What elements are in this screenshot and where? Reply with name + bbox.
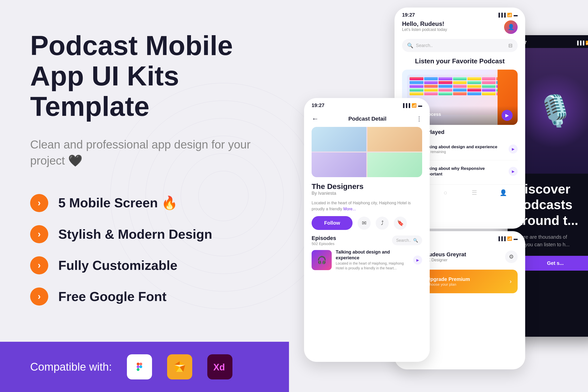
- search-bar[interactable]: 🔍 Search.. ⊟: [402, 39, 518, 52]
- feature-item-customizable: › Fully Customizable: [30, 256, 269, 274]
- detail-header: ← Podcast Detail ⋮: [304, 111, 430, 127]
- discover-description: There are thousands ofthat you can liste…: [515, 233, 588, 248]
- svg-text:Xd: Xd: [213, 362, 225, 372]
- episodes-count: 502 Episodes: [312, 241, 336, 246]
- recent-title-1: Talking about design and experience: [423, 144, 505, 150]
- greeting-row: Hello, Rudeus! Let's listen podcast toda…: [395, 20, 525, 34]
- recent-play-1[interactable]: ▶: [509, 144, 518, 154]
- recent-title-2: Talking about why Responsive important: [423, 166, 505, 177]
- episode-thumbnail: 🎧: [312, 250, 332, 270]
- recent-play-2[interactable]: ▶: [509, 167, 518, 176]
- feature-text-design: Stylish & Modern Design: [58, 227, 212, 242]
- podcast-description: Located in the heart of Haiphong city, H…: [304, 200, 430, 216]
- episode-item[interactable]: 🎧 Talking about design and experience Lo…: [312, 249, 422, 271]
- episodes-header: Episodes 502 Episodes Search.. 🔍: [312, 235, 422, 246]
- action-buttons: Follow ✉ ⤴ 🔖: [304, 216, 430, 235]
- featured-section-title: Listen your Favorite Podcast: [395, 57, 525, 66]
- settings-gear-icon[interactable]: ⚙: [505, 251, 518, 263]
- phones-area: 19:27 ▐▐▐ 📶 ▬ ← Podcast Detail ⋮ The De: [289, 0, 588, 392]
- filter-icon[interactable]: ⊟: [508, 42, 513, 48]
- feature-item-font: › Free Google Font: [30, 287, 269, 306]
- svg-rect-0: [137, 363, 139, 365]
- greeting-hello: Hello, Rudeus!: [402, 20, 447, 27]
- svg-rect-3: [137, 368, 139, 371]
- status-icons-detail: ▐▐▐ 📶 ▬: [402, 103, 422, 108]
- feature-icon-design: ›: [30, 225, 48, 243]
- status-time-detail: 19:27: [312, 103, 324, 108]
- card-play-button[interactable]: ▶: [502, 110, 513, 121]
- feature-text-screens: 5 Mobile Screen 🔥: [58, 195, 178, 211]
- recent-info-2: Talking about why Responsive important: [423, 166, 505, 177]
- feature-text-font: Free Google Font: [58, 289, 166, 304]
- search-placeholder: Search..: [416, 43, 433, 48]
- nav-profile[interactable]: 👤: [499, 188, 508, 197]
- status-time-home: 19:27: [402, 12, 415, 18]
- phone-detail: 19:27 ▐▐▐ 📶 ▬ ← Podcast Detail ⋮ The De: [304, 98, 430, 362]
- discover-title: Discoverpodcastsaround t...: [515, 181, 588, 228]
- compatible-bar: Compatible with: Xd: [0, 342, 289, 392]
- thumb-cell-3: [312, 153, 366, 177]
- status-bar-detail: 19:27 ▐▐▐ 📶 ▬: [304, 98, 430, 111]
- page-subtitle: Clean and professional app design for yo…: [30, 136, 269, 169]
- share-button[interactable]: ⤴: [376, 217, 389, 230]
- heart-icon: 🖤: [68, 154, 82, 167]
- podcast-info: The Designers By Ivaniesta: [304, 182, 430, 200]
- premium-subtitle: Choose your plan: [427, 282, 470, 286]
- microphone-icon: 🎙️: [536, 93, 574, 129]
- figma-icon: [127, 354, 152, 379]
- page-title: Podcast Mobile App UI Kits Template: [30, 30, 269, 121]
- feature-item-screens: › 5 Mobile Screen 🔥: [30, 194, 269, 212]
- recent-time-1: 10m remaining: [423, 150, 505, 154]
- svg-rect-2: [137, 365, 139, 368]
- feature-icon-screens: ›: [30, 194, 48, 212]
- svg-rect-1: [139, 363, 142, 365]
- detail-title: Podcast Detail: [348, 116, 386, 122]
- search-icon: 🔍: [407, 42, 413, 48]
- podcast-author: By Ivaniesta: [312, 191, 422, 196]
- nav-library[interactable]: ☰: [470, 188, 479, 197]
- bookmark-button[interactable]: 🔖: [394, 217, 407, 230]
- status-bar-home: 19:27 ▐▐▐ 📶 ▬: [395, 8, 525, 20]
- more-button[interactable]: ⋮: [416, 115, 422, 122]
- premium-title: Upgrade Premium: [427, 276, 470, 282]
- follow-button[interactable]: Follow: [312, 216, 353, 230]
- back-button[interactable]: ←: [312, 115, 319, 123]
- recent-info-1: Talking about design and experience 10m …: [423, 144, 505, 154]
- podcast-hero-image: [312, 127, 422, 177]
- message-button[interactable]: ✉: [358, 217, 371, 230]
- feature-text-customizable: Fully Customizable: [58, 258, 177, 273]
- left-panel: Podcast Mobile App UI Kits Template Clea…: [0, 0, 289, 392]
- thumb-cell-2: [367, 127, 422, 152]
- feature-item-design: › Stylish & Modern Design: [30, 225, 269, 243]
- episode-desc: Located in the heart of Haiphong, Haipho…: [336, 261, 409, 271]
- greeting-subtext: Let's listen podcast today: [402, 27, 447, 32]
- episodes-section: Episodes 502 Episodes Search.. 🔍 🎧 Talki…: [304, 235, 430, 271]
- nav-search[interactable]: ○: [441, 188, 450, 197]
- get-started-button[interactable]: Get s...: [515, 256, 588, 271]
- episodes-search[interactable]: Search.. 🔍: [392, 235, 422, 245]
- thumb-cell-1: [312, 127, 366, 152]
- thumb-cell-4: [367, 153, 422, 177]
- podcast-name: The Designers: [312, 182, 422, 191]
- features-list: › 5 Mobile Screen 🔥 › Stylish & Modern D…: [30, 194, 269, 306]
- sketch-icon: [167, 354, 192, 379]
- episode-info: Talking about design and experience Loca…: [336, 249, 409, 271]
- profile-name: Rudeus Greyrat: [425, 251, 466, 258]
- episodes-title: Episodes: [312, 235, 336, 241]
- more-link[interactable]: More...: [343, 207, 356, 211]
- svg-point-4: [139, 365, 142, 368]
- feature-icon-customizable: ›: [30, 256, 48, 274]
- adobe-xd-icon: Xd: [207, 354, 232, 379]
- premium-arrow-icon: ›: [510, 278, 512, 285]
- user-avatar[interactable]: 👤: [504, 20, 518, 34]
- compatible-label: Compatible with:: [30, 361, 112, 373]
- episode-play-button[interactable]: ▶: [413, 256, 422, 265]
- feature-icon-font: ›: [30, 287, 48, 306]
- episode-title: Talking about design and experience: [336, 249, 409, 261]
- profile-role: UX Designer: [425, 258, 466, 262]
